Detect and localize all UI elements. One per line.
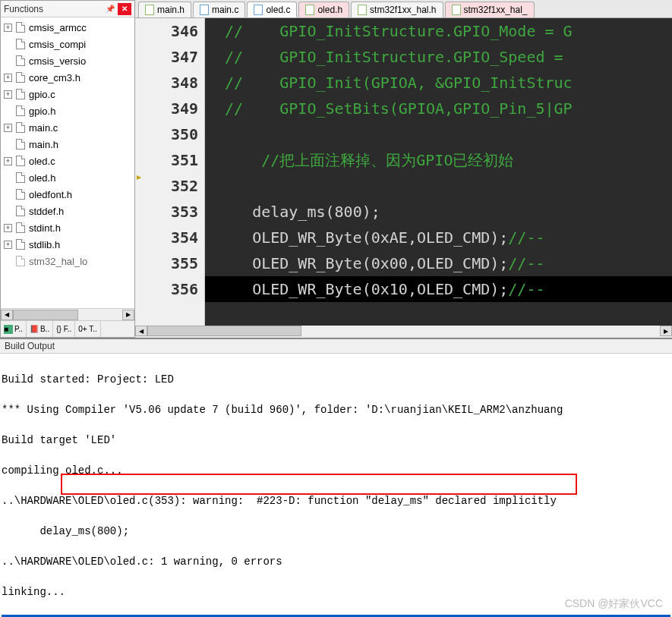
line-number: 355 xyxy=(149,250,198,276)
line-number: 351 xyxy=(149,147,198,173)
functions-tree: +cmsis_armcc cmsis_compi cmsis_versio +c… xyxy=(1,17,134,308)
functions-panel: Functions 📌 ✕ +cmsis_armcc cmsis_compi c… xyxy=(0,0,135,338)
line-number: 349 xyxy=(149,96,198,121)
expand-icon[interactable]: + xyxy=(4,224,12,232)
tree-item[interactable]: +stdlib.h xyxy=(1,236,134,253)
build-line: ..\HARDWARE\OLED\oled.c(353): warning: #… xyxy=(2,493,670,508)
line-number: 346 xyxy=(149,18,198,44)
tree-item[interactable]: +gpio.c xyxy=(1,86,134,102)
tab-oled-h[interactable]: oled.h xyxy=(298,2,349,17)
line-number: 348 xyxy=(149,70,198,96)
build-line: Build target 'LED' xyxy=(2,433,670,448)
panel-tabs: ■P.. 📕B.. {} F.. 0+ T.. xyxy=(1,320,134,337)
line-number: 350 xyxy=(149,121,198,147)
build-line: compiling oled.c... xyxy=(2,463,670,478)
tab-stm32-hal-h[interactable]: stm32f1xx_hal.h xyxy=(351,2,443,17)
functions-header: Functions 📌 ✕ xyxy=(1,1,134,17)
scroll-thumb[interactable] xyxy=(13,310,78,320)
tree-item[interactable]: main.h xyxy=(1,136,134,153)
file-c-icon xyxy=(200,5,209,15)
tree-item[interactable]: +core_cm3.h xyxy=(1,69,134,86)
scroll-thumb[interactable] xyxy=(147,326,301,336)
expand-icon[interactable]: + xyxy=(4,90,12,99)
file-c-icon xyxy=(254,5,263,15)
pin-icon[interactable]: 📌 xyxy=(104,3,116,15)
build-output-title: Build Output xyxy=(0,339,672,354)
editor-area: main.h main.c oled.c oled.h stm32f1xx_ha… xyxy=(135,0,672,338)
file-icon xyxy=(16,189,25,200)
file-icon xyxy=(16,72,25,83)
file-icon xyxy=(16,139,25,150)
tree-item[interactable]: +oled.c xyxy=(1,153,134,169)
tab-templates[interactable]: 0+ T.. xyxy=(75,321,101,337)
line-number: 353 xyxy=(149,199,198,225)
file-icon xyxy=(16,256,25,266)
build-line: Build started: Project: LED xyxy=(2,372,670,387)
tree-item[interactable]: stm32_hal_lo xyxy=(1,253,134,269)
tree-item[interactable]: stddef.h xyxy=(1,203,134,219)
tab-oled-c[interactable]: oled.c xyxy=(247,2,297,17)
file-h-icon xyxy=(305,5,314,15)
file-icon xyxy=(16,172,25,183)
tab-main-h[interactable]: main.h xyxy=(138,2,191,17)
tab-main-c[interactable]: main.c xyxy=(193,2,245,17)
tree-item[interactable]: gpio.h xyxy=(1,102,134,119)
build-output-text[interactable]: Build started: Project: LED *** Using Co… xyxy=(0,354,672,617)
file-icon xyxy=(16,122,25,133)
build-line: delay_ms(800); xyxy=(2,524,670,539)
file-icon xyxy=(16,89,25,99)
close-icon[interactable]: ✕ xyxy=(118,3,131,15)
editor-tabs: main.h main.c oled.c oled.h stm32f1xx_ha… xyxy=(135,0,672,18)
tree-item[interactable]: +stdint.h xyxy=(1,219,134,236)
functions-title: Functions xyxy=(4,4,43,14)
editor-scrollbar-horizontal[interactable]: ◀ ▶ xyxy=(135,326,672,338)
tree-item[interactable]: cmsis_versio xyxy=(1,52,134,69)
build-line: ..\HARDWARE\OLED\oled.c: 1 warning, 0 er… xyxy=(2,554,670,569)
file-icon xyxy=(16,156,25,166)
tab-functions[interactable]: {} F.. xyxy=(53,321,75,337)
scroll-left-icon[interactable]: ◀ xyxy=(1,310,13,320)
file-h-icon xyxy=(452,5,461,15)
marker-column xyxy=(135,18,149,326)
tab-project[interactable]: ■P.. xyxy=(1,321,27,337)
file-icon xyxy=(16,39,25,49)
expand-icon[interactable]: + xyxy=(4,74,12,82)
scroll-track[interactable] xyxy=(13,310,122,320)
expand-icon[interactable]: + xyxy=(4,241,12,249)
code-editor[interactable]: // GPIO_InitStructure.GPIO_Mode = G // G… xyxy=(205,18,672,326)
warning-marker-icon[interactable] xyxy=(135,167,149,193)
file-icon xyxy=(16,105,25,116)
file-h-icon xyxy=(145,5,154,15)
line-gutter: 346 347 348 349 350 351 352 353 354 355 … xyxy=(149,18,205,326)
file-icon xyxy=(16,55,25,66)
scrollbar-horizontal[interactable]: ◀ ▶ xyxy=(1,308,134,320)
tree-item[interactable]: +cmsis_armcc xyxy=(1,19,134,36)
tree-item[interactable]: oledfont.h xyxy=(1,186,134,203)
scroll-left-icon[interactable]: ◀ xyxy=(135,326,147,336)
file-icon xyxy=(16,239,25,250)
file-h-icon xyxy=(358,5,367,15)
tab-stm32-hal2-h[interactable]: stm32f1xx_hal_ xyxy=(445,2,535,17)
tree-item[interactable]: oled.h xyxy=(1,169,134,186)
scroll-track[interactable] xyxy=(147,326,660,336)
file-icon xyxy=(16,222,25,233)
tab-books[interactable]: 📕B.. xyxy=(27,321,53,337)
expand-icon[interactable]: + xyxy=(4,24,12,32)
expand-icon[interactable]: + xyxy=(4,157,12,165)
expand-icon[interactable]: + xyxy=(4,124,12,132)
file-icon xyxy=(16,206,25,216)
tree-item[interactable]: +main.c xyxy=(1,119,134,136)
scroll-right-icon[interactable]: ▶ xyxy=(660,326,672,336)
file-icon xyxy=(16,22,25,33)
build-line: *** Using Compiler 'V5.06 update 7 (buil… xyxy=(2,402,670,417)
tree-item[interactable]: cmsis_compi xyxy=(1,36,134,52)
line-number: 354 xyxy=(149,225,198,250)
line-number: 347 xyxy=(149,44,198,70)
scroll-right-icon[interactable]: ▶ xyxy=(122,310,134,320)
line-number: 356 xyxy=(149,276,198,302)
watermark: CSDN @好家伙VCC xyxy=(565,597,663,611)
line-number: 352 xyxy=(149,173,198,199)
build-output-panel: Build Output Build started: Project: LED… xyxy=(0,338,672,617)
